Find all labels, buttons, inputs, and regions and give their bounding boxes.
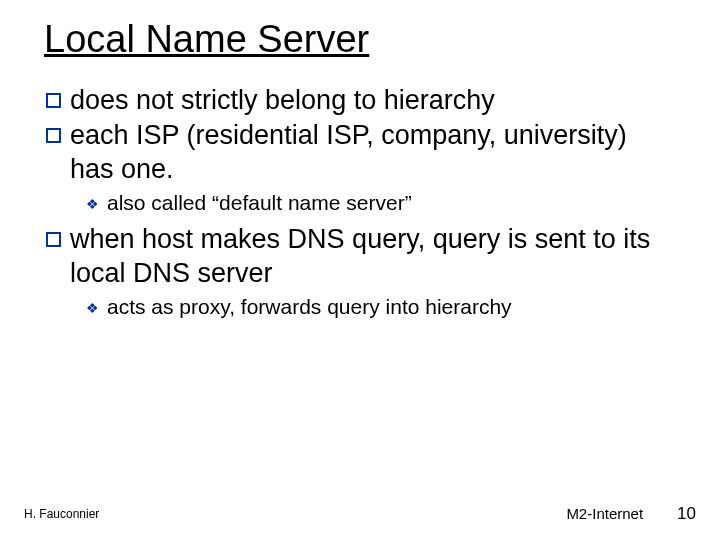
square-bullet-icon [46,128,61,143]
sub-bullet-text: acts as proxy, forwards query into hiera… [107,293,676,321]
square-bullet-icon [46,93,61,108]
sub-bullet-item: ❖ also called “default name server” [86,189,676,217]
sub-bullet-item: ❖ acts as proxy, forwards query into hie… [86,293,676,321]
footer-course: M2-Internet [566,505,643,522]
bullet-item: each ISP (residential ISP, company, univ… [46,119,676,187]
bullet-list-level2: ❖ acts as proxy, forwards query into hie… [86,293,676,321]
footer-page-number: 10 [677,504,696,524]
slide: Local Name Server does not strictly belo… [0,0,720,540]
bullet-text: does not strictly belong to hierarchy [70,84,676,118]
bullet-item: does not strictly belong to hierarchy [46,84,676,118]
footer-right-group: M2-Internet 10 [566,504,696,524]
footer-author: H. Fauconnier [24,507,99,521]
square-bullet-icon [46,232,61,247]
diamond-bullet-icon: ❖ [86,195,99,214]
diamond-bullet-icon: ❖ [86,299,99,318]
bullet-list-level1: does not strictly belong to hierarchy ea… [46,84,676,321]
bullet-text: when host makes DNS query, query is sent… [70,223,676,291]
sub-bullet-text: also called “default name server” [107,189,676,217]
bullet-item: when host makes DNS query, query is sent… [46,223,676,291]
slide-title: Local Name Server [44,18,676,62]
slide-footer: H. Fauconnier M2-Internet 10 [0,504,720,524]
bullet-text: each ISP (residential ISP, company, univ… [70,119,676,187]
bullet-list-level2: ❖ also called “default name server” [86,189,676,217]
